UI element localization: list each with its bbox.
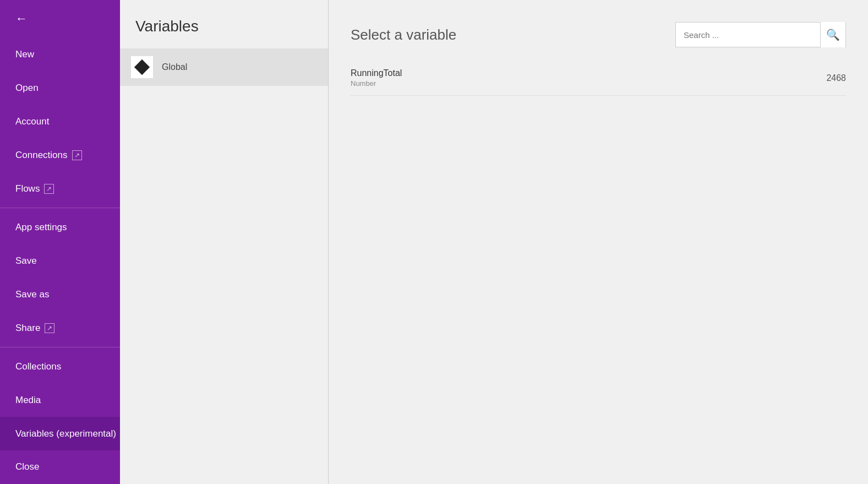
sidebar-item-account[interactable]: Account	[0, 105, 120, 139]
sidebar-label-save: Save	[15, 255, 37, 267]
sidebar-item-variables[interactable]: Variables (experimental)	[0, 417, 120, 450]
variable-row[interactable]: RunningTotal Number 2468	[351, 61, 846, 96]
search-button[interactable]: 🔍	[820, 22, 845, 47]
sidebar-item-connections[interactable]: Connections ↗	[0, 139, 120, 172]
external-link-icon: ↗	[72, 150, 82, 160]
sidebar-label-app-settings: App settings	[15, 222, 67, 233]
sidebar-label-flows: Flows	[15, 183, 40, 194]
back-button[interactable]: ←	[0, 0, 120, 38]
scope-item-global[interactable]: Global	[120, 48, 328, 86]
sidebar-item-close[interactable]: Close	[0, 450, 120, 484]
sidebar-item-new[interactable]: New	[0, 38, 120, 72]
sidebar-divider-1	[0, 208, 120, 208]
sidebar-label-connections: Connections	[15, 150, 68, 161]
sidebar-item-open[interactable]: Open	[0, 72, 120, 105]
scope-list: Global	[120, 48, 328, 86]
sidebar-label-account: Account	[15, 116, 49, 127]
sidebar-item-app-settings[interactable]: App settings	[0, 210, 120, 244]
sidebar-item-flows[interactable]: Flows ↗	[0, 172, 120, 206]
variable-type: Number	[351, 79, 826, 88]
variable-name: RunningTotal	[351, 68, 826, 78]
variable-info: RunningTotal Number	[351, 68, 826, 88]
sidebar-divider-2	[0, 347, 120, 347]
sidebar-item-collections[interactable]: Collections	[0, 350, 120, 383]
sidebar-label-variables: Variables (experimental)	[15, 428, 116, 439]
variable-value: 2468	[826, 73, 846, 83]
sidebar-item-media[interactable]: Media	[0, 383, 120, 417]
search-input[interactable]	[676, 30, 820, 40]
scope-label-global: Global	[162, 62, 187, 72]
select-variable-title: Select a variable	[351, 26, 456, 43]
back-arrow-icon: ←	[15, 12, 28, 26]
sidebar-item-save[interactable]: Save	[0, 244, 120, 278]
scope-icon-global	[131, 56, 153, 78]
diamond-icon	[134, 59, 150, 75]
right-panel: Select a variable 🔍 RunningTotal Number …	[329, 0, 868, 484]
search-icon: 🔍	[826, 28, 840, 41]
search-box: 🔍	[675, 22, 846, 47]
sidebar-label-open: Open	[15, 83, 39, 94]
sidebar-label-new: New	[15, 49, 34, 60]
external-link-icon-flows: ↗	[44, 184, 54, 194]
sidebar-label-share: Share	[15, 323, 40, 334]
middle-panel: Variables Global	[120, 0, 328, 484]
sidebar-item-share[interactable]: Share ↗	[0, 311, 120, 345]
sidebar-label-close: Close	[15, 461, 39, 472]
variables-table: RunningTotal Number 2468	[351, 61, 846, 96]
sidebar-item-save-as[interactable]: Save as	[0, 278, 120, 311]
sidebar-label-media: Media	[15, 395, 41, 406]
right-header: Select a variable 🔍	[351, 0, 846, 61]
sidebar-label-save-as: Save as	[15, 289, 49, 300]
page-title: Variables	[120, 0, 328, 48]
sidebar-label-collections: Collections	[15, 361, 61, 372]
sidebar: ← New Open Account Connections ↗ Flows ↗…	[0, 0, 120, 484]
external-link-icon-share: ↗	[45, 323, 54, 333]
